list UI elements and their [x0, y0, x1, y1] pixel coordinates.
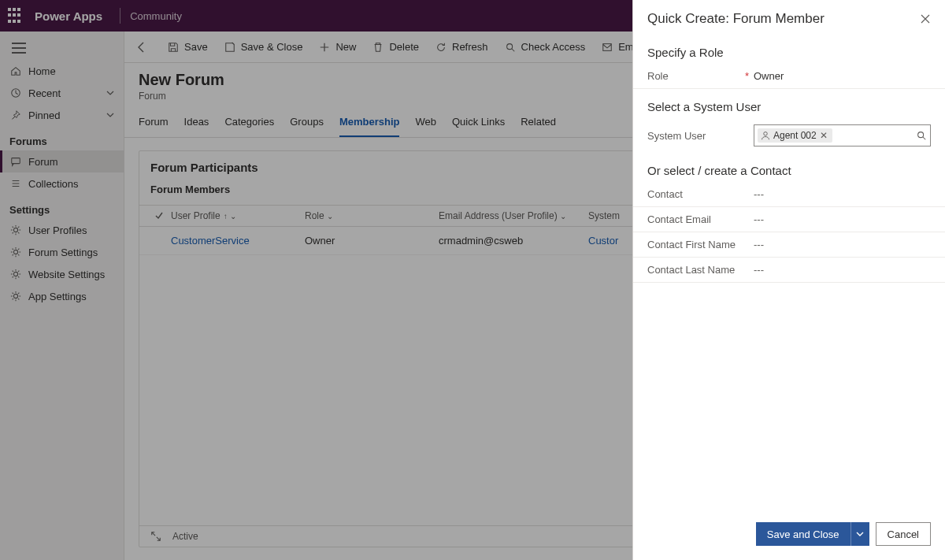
cmd-label: Refresh [452, 41, 488, 53]
environment-label[interactable]: Community [130, 10, 182, 22]
remove-pill-icon[interactable]: ✕ [820, 130, 828, 141]
tab-membership[interactable]: Membership [339, 111, 400, 137]
nav-home[interactable]: Home [0, 60, 124, 82]
nav-label: Forum Settings [28, 247, 98, 258]
column-email[interactable]: Email Address (User Profile) ⌄ [439, 210, 588, 221]
chevron-down-icon: ⌄ [560, 212, 566, 221]
contact-first-field-row[interactable]: Contact First Name --- [633, 232, 945, 258]
nav-label: Forum [28, 156, 58, 168]
contact-label: Contact [647, 188, 754, 200]
save-and-close-button[interactable]: Save and Close [756, 522, 850, 546]
refresh-button[interactable]: Refresh [428, 38, 495, 57]
chevron-down-icon [106, 89, 114, 97]
search-icon[interactable] [916, 130, 927, 141]
gear-icon [9, 246, 22, 258]
save-button[interactable]: Save [161, 38, 214, 57]
nav-forum[interactable]: Forum [0, 150, 124, 172]
tab-web[interactable]: Web [415, 111, 436, 137]
svg-point-9 [918, 132, 924, 138]
required-indicator: * [745, 70, 749, 82]
app-launcher-icon[interactable] [8, 8, 24, 24]
tab-quick-links[interactable]: Quick Links [452, 111, 505, 137]
pill-label: Agent 002 [773, 130, 817, 141]
cell-role: Owner [305, 235, 439, 247]
svg-point-2 [13, 228, 17, 232]
contact-last-field-row[interactable]: Contact Last Name --- [633, 258, 945, 283]
gear-icon [9, 224, 22, 236]
home-icon [9, 65, 22, 77]
quick-create-panel: Quick Create: Forum Member Specify a Rol… [632, 0, 945, 560]
save-icon [167, 41, 180, 54]
selected-user-pill[interactable]: Agent 002 ✕ [758, 128, 832, 143]
tab-related[interactable]: Related [521, 111, 556, 137]
nav-pinned[interactable]: Pinned [0, 104, 124, 126]
cancel-button[interactable]: Cancel [876, 522, 931, 546]
nav-section-settings: Settings [0, 195, 124, 219]
system-user-field-row: System User Agent 002 ✕ [633, 118, 945, 153]
nav-forum-settings[interactable]: Forum Settings [0, 241, 124, 263]
person-icon [761, 131, 770, 140]
svg-rect-7 [603, 43, 612, 50]
header-divider [120, 8, 120, 24]
contact-last-label: Contact Last Name [647, 264, 754, 276]
cell-email: crmadmin@csweb [439, 235, 588, 247]
cmd-label: Save & Close [241, 41, 303, 53]
contact-first-label: Contact First Name [647, 239, 754, 250]
nav-app-settings[interactable]: App Settings [0, 285, 124, 307]
tab-ideas[interactable]: Ideas [184, 111, 209, 137]
role-value[interactable]: Owner [754, 70, 931, 82]
contact-field-row[interactable]: Contact --- [633, 182, 945, 207]
contact-email-field-row[interactable]: Contact Email --- [633, 207, 945, 232]
save-dropdown-button[interactable] [850, 522, 869, 546]
check-access-button[interactable]: Check Access [498, 38, 592, 57]
column-role[interactable]: Role ⌄ [305, 210, 439, 221]
contact-last-value[interactable]: --- [754, 264, 931, 276]
tab-forum[interactable]: Forum [139, 111, 169, 137]
svg-rect-1 [12, 158, 20, 164]
chat-icon [9, 155, 22, 168]
svg-point-6 [506, 43, 512, 49]
cmd-label: Save [184, 41, 208, 53]
menu-toggle-icon[interactable] [0, 36, 124, 60]
back-button[interactable] [131, 36, 153, 58]
role-field-row[interactable]: Role* Owner [633, 64, 945, 89]
select-all-checkbox[interactable] [147, 210, 171, 221]
nav-label: Website Settings [28, 269, 105, 280]
quick-create-footer: Save and Close Cancel [633, 513, 945, 560]
nav-website-settings[interactable]: Website Settings [0, 263, 124, 285]
nav-user-profiles[interactable]: User Profiles [0, 219, 124, 241]
column-user-profile[interactable]: User Profile↑ ⌄ [171, 210, 305, 221]
close-button[interactable] [920, 13, 931, 24]
save-close-button[interactable]: Save & Close [217, 38, 309, 57]
nav-label: Home [28, 65, 56, 77]
delete-button[interactable]: Delete [365, 38, 425, 57]
plus-icon [318, 41, 331, 54]
cmd-label: Delete [389, 41, 419, 53]
expand-icon[interactable] [150, 531, 161, 542]
svg-point-8 [764, 132, 768, 136]
tab-categories[interactable]: Categories [224, 111, 274, 137]
system-user-lookup[interactable]: Agent 002 ✕ [754, 124, 931, 146]
contact-email-value[interactable]: --- [754, 213, 931, 225]
contact-section-header: Or select / create a Contact [633, 153, 945, 182]
tab-groups[interactable]: Groups [290, 111, 324, 137]
chevron-down-icon: ⌄ [327, 212, 333, 221]
gear-icon [9, 268, 22, 280]
svg-point-5 [13, 294, 17, 298]
new-button[interactable]: New [312, 38, 362, 57]
nav-collections[interactable]: Collections [0, 172, 124, 195]
contact-email-label: Contact Email [647, 213, 754, 225]
list-icon [9, 177, 22, 190]
pin-icon [9, 109, 22, 121]
save-close-icon [224, 41, 236, 54]
contact-first-value[interactable]: --- [754, 239, 931, 250]
nav-recent[interactable]: Recent [0, 82, 124, 104]
quick-create-title: Quick Create: Forum Member [647, 11, 825, 27]
nav-label: User Profiles [28, 224, 87, 236]
clock-icon [9, 87, 22, 99]
cell-user-profile[interactable]: CustomerService [171, 235, 305, 247]
contact-value[interactable]: --- [754, 188, 931, 200]
search-icon [504, 41, 517, 54]
user-section-header: Select a System User [633, 89, 945, 118]
nav-label: Recent [28, 87, 61, 99]
